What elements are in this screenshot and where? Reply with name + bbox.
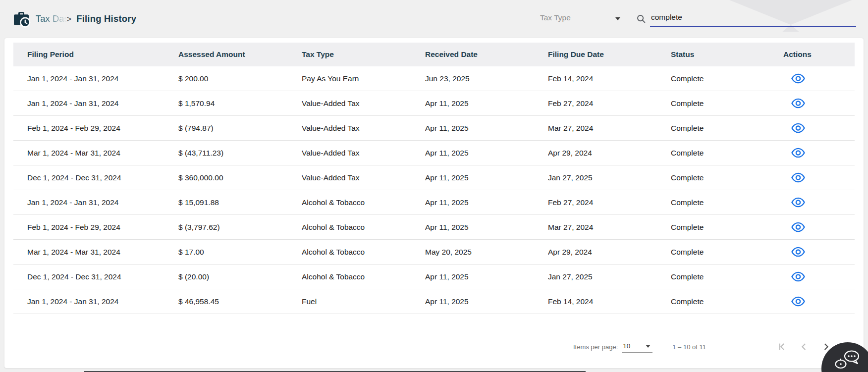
table-header-row: Filing Period Assessed Amount Tax Type R… (13, 43, 855, 66)
column-header-assessed-amount: Assessed Amount (178, 50, 302, 59)
column-header-tax-type: Tax Type (302, 50, 425, 59)
filing-period-cell: Jan 1, 2024 - Jan 31, 2024 (27, 297, 178, 306)
view-filing-button[interactable] (791, 171, 808, 184)
items-per-page-value: 10 (623, 342, 630, 350)
assessed-amount-cell: $ 46,958.45 (178, 297, 302, 306)
received-date-cell: Apr 11, 2025 (425, 297, 548, 306)
chat-bubbles-icon (833, 347, 863, 370)
filing-period-cell: Jan 1, 2024 - Jan 31, 2024 (27, 99, 178, 108)
eye-icon (791, 222, 805, 232)
tax-type-cell: Alcohol & Tobacco (302, 272, 425, 281)
table-row: Jan 1, 2024 - Jan 31, 2024 $ 46,958.45 F… (13, 289, 855, 314)
status-cell: Complete (671, 223, 783, 232)
breadcrumb-separator: > (67, 15, 71, 24)
chevron-down-icon (615, 17, 620, 20)
previous-page-button[interactable] (797, 340, 811, 354)
view-filing-button[interactable] (791, 97, 808, 110)
received-date-cell: Apr 11, 2025 (425, 223, 548, 232)
tax-type-cell: Alcohol & Tobacco (302, 248, 425, 257)
assessed-amount-cell: $ (794.87) (178, 124, 302, 133)
eye-icon (791, 296, 805, 307)
status-cell: Complete (671, 297, 783, 306)
briefcase-clock-icon (12, 10, 31, 28)
assessed-amount-cell: $ (20.00) (178, 272, 302, 281)
page-title: Filing History (76, 13, 136, 24)
filing-due-date-cell: Mar 27, 2024 (548, 223, 671, 232)
eye-icon (791, 271, 805, 282)
received-date-cell: Apr 11, 2025 (425, 149, 548, 158)
assessed-amount-cell: $ 360,000.00 (178, 173, 302, 182)
filing-due-date-cell: Jan 27, 2025 (548, 272, 671, 281)
view-filing-button[interactable] (791, 196, 808, 209)
filing-period-cell: Feb 1, 2024 - Feb 29, 2024 (27, 223, 178, 232)
assessed-amount-cell: $ (43,711.23) (178, 149, 302, 158)
filing-period-cell: Dec 1, 2024 - Dec 31, 2024 (27, 173, 178, 182)
column-header-filing-due-date: Filing Due Date (548, 50, 671, 59)
page-header: Tax Das > Filing History Tax Type (0, 0, 868, 38)
table-row: Jan 1, 2024 - Jan 31, 2024 $ 15,091.88 A… (13, 190, 855, 215)
header-filters: Tax Type (539, 11, 856, 27)
tax-type-select-label: Tax Type (540, 13, 571, 22)
tax-type-cell: Alcohol & Tobacco (302, 223, 425, 232)
received-date-cell: Apr 11, 2025 (425, 99, 548, 108)
view-filing-button[interactable] (791, 147, 808, 159)
received-date-cell: Jun 23, 2025 (425, 74, 548, 83)
tax-type-cell: Value-Added Tax (302, 99, 425, 108)
received-date-cell: Apr 11, 2025 (425, 272, 548, 281)
tax-type-cell: Fuel (302, 297, 425, 306)
filing-due-date-cell: Feb 14, 2024 (548, 74, 671, 83)
column-header-status: Status (671, 50, 783, 59)
table-row: Dec 1, 2024 - Dec 31, 2024 $ (20.00) Alc… (13, 265, 855, 289)
column-header-actions: Actions (783, 50, 855, 59)
filing-history-card: Filing Period Assessed Amount Tax Type R… (4, 38, 864, 369)
assessed-amount-cell: $ 1,570.94 (178, 99, 302, 108)
view-filing-button[interactable] (791, 72, 808, 85)
filing-period-cell: Jan 1, 2024 - Jan 31, 2024 (27, 198, 178, 207)
items-per-page-select[interactable]: 10 (622, 341, 652, 353)
column-header-filing-period: Filing Period (27, 50, 178, 59)
eye-icon (791, 247, 805, 257)
eye-icon (791, 148, 805, 158)
filing-period-cell: Dec 1, 2024 - Dec 31, 2024 (27, 272, 178, 281)
status-cell: Complete (671, 99, 783, 108)
table-row: Dec 1, 2024 - Dec 31, 2024 $ 360,000.00 … (13, 165, 855, 190)
status-cell: Complete (671, 198, 783, 207)
view-filing-button[interactable] (791, 246, 808, 259)
table-row: Mar 1, 2024 - Mar 31, 2024 $ 17.00 Alcoh… (13, 240, 855, 265)
table-row: Feb 1, 2024 - Feb 29, 2024 $ (3,797.62) … (13, 215, 855, 240)
received-date-cell: Apr 11, 2025 (425, 124, 548, 133)
tax-type-cell: Value-Added Tax (302, 124, 425, 133)
status-cell: Complete (671, 173, 783, 182)
status-cell: Complete (671, 74, 783, 83)
assessed-amount-cell: $ (3,797.62) (178, 223, 302, 232)
first-page-button[interactable] (775, 340, 789, 354)
eye-icon (791, 98, 805, 108)
assessed-amount-cell: $ 15,091.88 (178, 198, 302, 207)
search-input[interactable] (650, 11, 856, 27)
tax-type-select[interactable]: Tax Type (539, 11, 623, 26)
search-icon (636, 14, 646, 24)
filing-due-date-cell: Mar 27, 2024 (548, 124, 671, 133)
table-row: Feb 1, 2024 - Feb 29, 2024 $ (794.87) Va… (13, 116, 855, 141)
filing-due-date-cell: Feb 27, 2024 (548, 198, 671, 207)
table-row: Jan 1, 2024 - Jan 31, 2024 $ 200.00 Pay … (13, 66, 855, 91)
eye-icon (791, 172, 805, 183)
chevron-left-icon (799, 341, 810, 352)
filing-due-date-cell: Apr 29, 2024 (548, 149, 671, 158)
filing-period-cell: Mar 1, 2024 - Mar 31, 2024 (27, 248, 178, 257)
breadcrumb-parent-link[interactable]: Tax Das (36, 13, 69, 24)
filing-due-date-cell: Jan 27, 2025 (548, 173, 671, 182)
view-filing-button[interactable] (791, 122, 808, 135)
view-filing-button[interactable] (791, 295, 808, 308)
tax-type-cell: Value-Added Tax (302, 173, 425, 182)
view-filing-button[interactable] (791, 270, 808, 283)
assessed-amount-cell: $ 200.00 (178, 74, 302, 83)
received-date-cell: May 20, 2025 (425, 248, 548, 257)
items-per-page-label: Items per page: (573, 343, 618, 351)
chevron-down-icon (646, 345, 651, 348)
table-row: Jan 1, 2024 - Jan 31, 2024 $ 1,570.94 Va… (13, 91, 855, 116)
eye-icon (791, 197, 805, 208)
filing-period-cell: Mar 1, 2024 - Mar 31, 2024 (27, 149, 178, 158)
view-filing-button[interactable] (791, 221, 808, 234)
filing-history-page: Tax Das > Filing History Tax Type Filing… (0, 0, 868, 372)
